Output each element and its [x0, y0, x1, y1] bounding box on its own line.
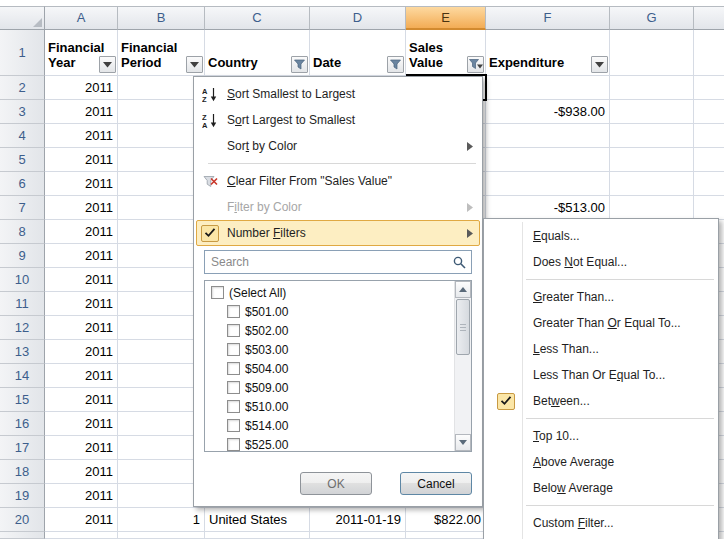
search-icon[interactable] — [447, 251, 471, 273]
menu-item-top-10[interactable]: Top 10... — [486, 423, 716, 449]
row-header-13[interactable]: 13 — [0, 340, 45, 364]
cell-B9[interactable] — [118, 244, 205, 268]
checkbox[interactable] — [211, 286, 224, 299]
filter-value-item-select-all[interactable]: (Select All) — [206, 283, 453, 302]
cell-G5[interactable] — [610, 148, 694, 172]
row-header-6[interactable]: 6 — [0, 172, 45, 196]
row-header-2[interactable]: 2 — [0, 76, 45, 100]
scroll-track[interactable] — [455, 356, 471, 434]
row-header-5[interactable]: 5 — [0, 148, 45, 172]
filter-value-item-501-00[interactable]: $501.00 — [206, 302, 453, 321]
cell-B3[interactable] — [118, 100, 205, 124]
checkbox[interactable] — [227, 419, 240, 432]
menu-item-sort-smallest-to-largest[interactable]: AZSort Smallest to Largest — [196, 81, 480, 107]
cell-A5[interactable]: 2011 — [45, 148, 118, 172]
column-header-C[interactable]: C — [205, 6, 310, 30]
row-header-8[interactable]: 8 — [0, 220, 45, 244]
checkbox[interactable] — [227, 305, 240, 318]
cell-B10[interactable] — [118, 268, 205, 292]
scroll-up-button[interactable] — [455, 281, 471, 298]
cell-A16[interactable]: 2011 — [45, 412, 118, 436]
row-header-18[interactable]: 18 — [0, 460, 45, 484]
row-header-15[interactable]: 15 — [0, 388, 45, 412]
row-header-4[interactable]: 4 — [0, 124, 45, 148]
cell-F6[interactable] — [486, 172, 610, 196]
menu-item-sort-by-color[interactable]: Sort by Color — [196, 133, 480, 159]
menu-item-equals[interactable]: Equals... — [486, 223, 716, 249]
cell-F7[interactable]: -$513.00 — [486, 196, 610, 220]
cell-E20[interactable]: $822.00 — [406, 508, 486, 532]
menu-item-greater-than-or-equal-to[interactable]: Greater Than Or Equal To... — [486, 310, 716, 336]
checkbox[interactable] — [227, 324, 240, 337]
cell-B14[interactable] — [118, 364, 205, 388]
cell-D20[interactable]: 2011-01-19 — [310, 508, 406, 532]
row-header-1[interactable]: 1 — [0, 30, 45, 76]
cell-C1[interactable]: Country — [205, 30, 310, 76]
cell-A17[interactable]: 2011 — [45, 436, 118, 460]
filter-value-item-504-00[interactable]: $504.00 — [206, 359, 453, 378]
cell-B17[interactable] — [118, 436, 205, 460]
cell-A4[interactable]: 2011 — [45, 124, 118, 148]
menu-item-clear-filter-from-sales-value[interactable]: Clear Filter From "Sales Value" — [196, 168, 480, 194]
row-header-14[interactable]: 14 — [0, 364, 45, 388]
row-header-3[interactable]: 3 — [0, 100, 45, 124]
menu-item-does-not-equal[interactable]: Does Not Equal... — [486, 249, 716, 275]
cell-A13[interactable]: 2011 — [45, 340, 118, 364]
cell-G6[interactable] — [610, 172, 694, 196]
cell-F5[interactable] — [486, 148, 610, 172]
cell-B20[interactable]: 1 — [118, 508, 205, 532]
cell-B2[interactable] — [118, 76, 205, 100]
checkbox[interactable] — [227, 381, 240, 394]
cell-G2[interactable] — [610, 76, 694, 100]
select-all-corner[interactable] — [0, 6, 45, 30]
row-header-16[interactable]: 16 — [0, 412, 45, 436]
column-header-D[interactable]: D — [310, 6, 406, 30]
menu-item-greater-than[interactable]: Greater Than... — [486, 284, 716, 310]
cell-F3[interactable]: -$938.00 — [486, 100, 610, 124]
menu-item-less-than-or-equal-to[interactable]: Less Than Or Equal To... — [486, 362, 716, 388]
cell-F1[interactable]: Expenditure — [486, 30, 610, 76]
row-header-7[interactable]: 7 — [0, 196, 45, 220]
row-header-12[interactable]: 12 — [0, 316, 45, 340]
menu-item-custom-filter[interactable]: Custom Filter... — [486, 510, 716, 536]
scroll-down-button[interactable] — [455, 434, 471, 451]
cell-B12[interactable] — [118, 316, 205, 340]
filter-button-D[interactable] — [387, 56, 404, 73]
column-header-G[interactable]: G — [610, 6, 694, 30]
row-header-19[interactable]: 19 — [0, 484, 45, 508]
cancel-button[interactable]: Cancel — [400, 472, 472, 495]
checkbox[interactable] — [227, 400, 240, 413]
search-input[interactable] — [205, 255, 447, 269]
scrollbar[interactable] — [454, 281, 471, 451]
cell-B6[interactable] — [118, 172, 205, 196]
cell-A19[interactable]: 2011 — [45, 484, 118, 508]
cell-F4[interactable] — [486, 124, 610, 148]
cell-A7[interactable]: 2011 — [45, 196, 118, 220]
filter-value-item-514-00[interactable]: $514.00 — [206, 416, 453, 435]
filter-value-item-502-00[interactable]: $502.00 — [206, 321, 453, 340]
cell-A18[interactable]: 2011 — [45, 460, 118, 484]
filter-value-item-503-00[interactable]: $503.00 — [206, 340, 453, 359]
cell-A14[interactable]: 2011 — [45, 364, 118, 388]
cell-B5[interactable] — [118, 148, 205, 172]
cell-E1[interactable]: SalesValue — [406, 30, 486, 76]
cell-B7[interactable] — [118, 196, 205, 220]
cell-A6[interactable]: 2011 — [45, 172, 118, 196]
filter-value-item-509-00[interactable]: $509.00 — [206, 378, 453, 397]
column-header-E[interactable]: E — [406, 6, 486, 30]
filter-button-A[interactable] — [99, 56, 116, 73]
cell-F2[interactable] — [486, 76, 610, 100]
checkbox[interactable] — [227, 343, 240, 356]
cell-B15[interactable] — [118, 388, 205, 412]
menu-item-number-filters[interactable]: Number Filters — [196, 220, 480, 246]
column-header-F[interactable]: F — [486, 6, 610, 30]
row-header-10[interactable]: 10 — [0, 268, 45, 292]
filter-button-B[interactable] — [186, 56, 203, 73]
menu-item-above-average[interactable]: Above Average — [486, 449, 716, 475]
cell-B4[interactable] — [118, 124, 205, 148]
filter-value-item-510-00[interactable]: $510.00 — [206, 397, 453, 416]
filter-button-E[interactable] — [467, 56, 484, 73]
cell-A9[interactable]: 2011 — [45, 244, 118, 268]
column-header-A[interactable]: A — [45, 6, 118, 30]
cell-B13[interactable] — [118, 340, 205, 364]
